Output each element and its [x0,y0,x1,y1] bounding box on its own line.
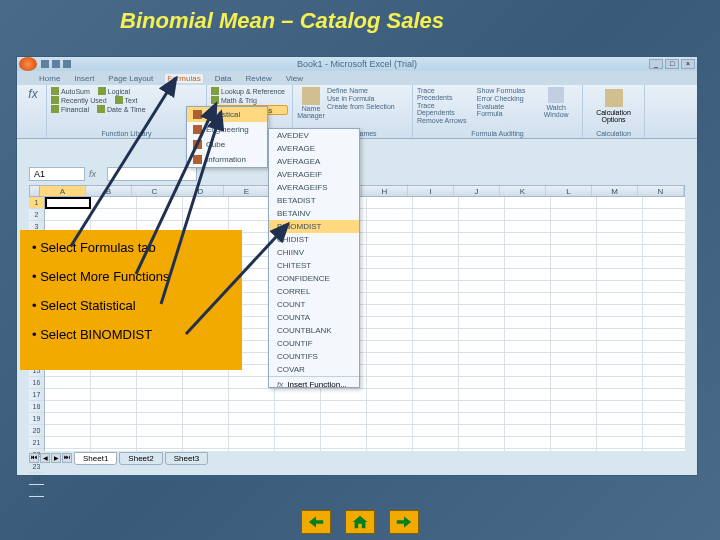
menu-item-information[interactable]: Information [187,152,267,167]
next-slide-button[interactable] [389,510,419,534]
fx-icon[interactable]: fx [89,169,103,179]
tab-home[interactable]: Home [37,74,62,83]
close-button[interactable]: × [681,59,695,69]
col-header[interactable]: K [500,186,546,196]
undo-icon[interactable] [52,60,60,68]
sheet-tab-2[interactable]: Sheet2 [119,452,162,465]
use-in-formula-button[interactable]: Use in Formula [327,95,395,102]
stat-fn-correl[interactable]: CORREL [269,285,359,298]
tab-data[interactable]: Data [213,74,234,83]
sheet-nav-prev[interactable]: ◀ [40,453,50,463]
col-header[interactable]: H [362,186,408,196]
name-box[interactable]: A1 [29,167,85,181]
stat-fn-average[interactable]: AVERAGE [269,142,359,155]
row-header[interactable]: 24 [29,473,44,485]
row-header[interactable]: 20 [29,425,44,437]
insert-function-link[interactable]: fxInsert Function... [269,376,359,392]
instruction-callout: • Select Formulas tab • Select More Func… [20,230,242,370]
stat-fn-betainv[interactable]: BETAINV [269,207,359,220]
sheet-nav-next[interactable]: ▶ [51,453,61,463]
col-header[interactable]: J [454,186,500,196]
name-manager-button[interactable]: Name Manager [297,87,325,119]
row-header[interactable]: 17 [29,389,44,401]
stat-fn-averageif[interactable]: AVERAGEIF [269,168,359,181]
financial-button[interactable]: Financial [51,105,89,113]
sheet-tab-3[interactable]: Sheet3 [165,452,208,465]
slide-nav [0,510,720,534]
stat-fn-averageifs[interactable]: AVERAGEIFS [269,181,359,194]
tab-review[interactable]: Review [244,74,274,83]
office-button[interactable] [19,57,37,71]
menu-item-cube[interactable]: Cube [187,137,267,152]
math-trig-button[interactable]: Math & Trig [211,96,288,104]
recently-used-button[interactable]: Recently Used [51,96,107,104]
col-header[interactable]: N [638,186,684,196]
col-header[interactable]: M [592,186,638,196]
create-from-selection-button[interactable]: Create from Selection [327,103,395,110]
stat-fn-covar[interactable]: COVAR [269,363,359,376]
define-name-button[interactable]: Define Name [327,87,395,94]
col-header[interactable]: C [132,186,178,196]
stat-fn-countblank[interactable]: COUNTBLANK [269,324,359,337]
trace-dependents-button[interactable]: Trace Dependents [417,102,471,116]
stat-fn-countifs[interactable]: COUNTIFS [269,350,359,363]
stat-fn-avedev[interactable]: AVEDEV [269,129,359,142]
stat-fn-counta[interactable]: COUNTA [269,311,359,324]
stat-fn-chidist[interactable]: CHIDIST [269,233,359,246]
error-checking-button[interactable]: Error Checking [477,95,529,102]
col-header[interactable]: B [86,186,132,196]
autosum-button[interactable]: AutoSum [51,87,90,95]
stat-fn-confidence[interactable]: CONFIDENCE [269,272,359,285]
stat-fn-averagea[interactable]: AVERAGEA [269,155,359,168]
statistical-functions-menu: AVEDEVAVERAGEAVERAGEAAVERAGEIFAVERAGEIFS… [268,128,360,388]
row-header[interactable]: 18 [29,401,44,413]
col-header[interactable]: D [178,186,224,196]
col-header[interactable]: L [546,186,592,196]
stat-fn-chitest[interactable]: CHITEST [269,259,359,272]
home-slide-button[interactable] [345,510,375,534]
maximize-button[interactable]: □ [665,59,679,69]
tab-page-layout[interactable]: Page Layout [106,74,155,83]
stat-fn-binomdist[interactable]: BINOMDIST [269,220,359,233]
menu-item-statistical[interactable]: Statistical [187,107,267,122]
formula-bar[interactable] [107,167,197,181]
date-time-button[interactable]: Date & Time [97,105,146,113]
watch-window-button[interactable]: Watch Window [534,104,578,118]
calculation-options-button[interactable]: Calculation Options [587,109,640,123]
stat-fn-chiinv[interactable]: CHIINV [269,246,359,259]
prev-slide-button[interactable] [301,510,331,534]
row-header[interactable]: 1 [29,197,44,209]
insert-function-button[interactable]: fx [21,87,45,101]
lookup-button[interactable]: Lookup & Reference [211,87,288,95]
selected-cell[interactable] [45,197,91,209]
sheet-nav-first[interactable]: ⏮ [29,453,39,463]
col-header-a[interactable]: A [40,186,86,196]
row-header[interactable]: 21 [29,437,44,449]
arrow-left-icon [307,514,325,530]
minimize-button[interactable]: _ [649,59,663,69]
stat-fn-countif[interactable]: COUNTIF [269,337,359,350]
stat-fn-count[interactable]: COUNT [269,298,359,311]
row-header[interactable]: 2 [29,209,44,221]
col-header[interactable]: I [408,186,454,196]
tab-insert[interactable]: Insert [72,74,96,83]
menu-item-engineering[interactable]: Engineering [187,122,267,137]
row-header[interactable]: 19 [29,413,44,425]
text-button[interactable]: Text [115,96,138,104]
redo-icon[interactable] [63,60,71,68]
sheet-tab-1[interactable]: Sheet1 [74,452,117,465]
sheet-nav-last[interactable]: ⏭ [62,453,72,463]
recent-icon [51,96,59,104]
save-icon[interactable] [41,60,49,68]
show-formulas-button[interactable]: Show Formulas [477,87,529,94]
trace-precedents-button[interactable]: Trace Precedents [417,87,471,101]
col-header[interactable]: E [224,186,270,196]
tab-formulas[interactable]: Formulas [165,74,202,83]
row-header[interactable]: 16 [29,377,44,389]
stat-fn-betadist[interactable]: BETADIST [269,194,359,207]
row-header[interactable]: 25 [29,485,44,497]
tab-view[interactable]: View [284,74,305,83]
logical-button[interactable]: Logical [98,87,130,95]
evaluate-formula-button[interactable]: Evaluate Formula [477,103,529,117]
remove-arrows-button[interactable]: Remove Arrows [417,117,471,124]
